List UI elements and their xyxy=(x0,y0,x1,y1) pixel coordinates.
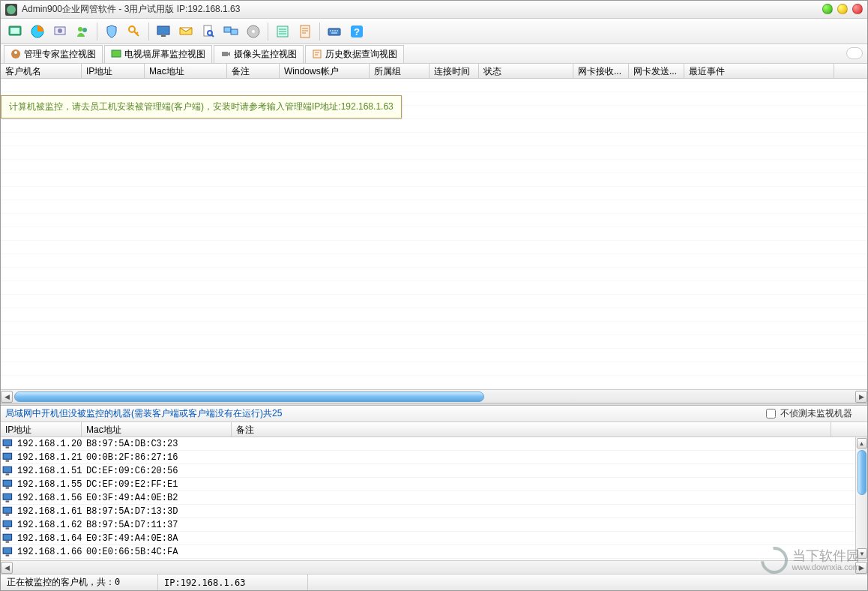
column-header[interactable]: 最近事件 xyxy=(684,64,834,78)
lower-title: 局域网中开机但没被监控的机器(需装客户端或客户端没有在运行)共25 xyxy=(5,407,282,420)
svg-rect-8 xyxy=(157,26,169,34)
svg-rect-9 xyxy=(161,35,166,37)
computer-icon xyxy=(2,520,14,530)
column-header[interactable]: 网卡发送... xyxy=(629,64,684,78)
view-tab-0[interactable]: 管理专家监控视图 xyxy=(4,45,103,63)
svg-rect-28 xyxy=(3,453,11,459)
scroll-right-button[interactable]: ▶ xyxy=(855,391,867,403)
status-spacer xyxy=(308,574,867,590)
column-header[interactable]: 网卡接收... xyxy=(573,64,629,78)
view-tab-1[interactable]: 电视墙屏幕监控视图 xyxy=(104,45,212,63)
view-tab-3[interactable]: 历史数据查询视图 xyxy=(305,45,404,63)
app-window: Admin900企业网管软件 - 3用户试用版 IP:192.168.1.63 … xyxy=(0,0,868,591)
column-header[interactable]: 所属组 xyxy=(370,64,430,78)
history-icon xyxy=(312,49,322,59)
lower-grid[interactable]: 192.168.1.20B8:97:5A:DB:C3:23192.168.1.2… xyxy=(1,437,867,560)
lower-horizontal-scrollbar[interactable]: ◀ ▶ xyxy=(1,560,867,574)
lower-column-header[interactable]: IP地址 xyxy=(1,422,82,436)
lower-panel-header: 局域网中开机但没被监控的机器(需装客户端或客户端没有在运行)共25 不侦测未监视… xyxy=(1,406,867,422)
svg-point-4 xyxy=(58,28,62,33)
column-header[interactable]: 备注 xyxy=(227,64,280,78)
keyboard-icon[interactable] xyxy=(325,22,344,41)
svg-rect-42 xyxy=(3,548,11,554)
svg-rect-12 xyxy=(224,27,231,32)
svg-rect-40 xyxy=(3,534,11,540)
scroll-thumb[interactable] xyxy=(14,392,484,402)
unmonitored-machine-row[interactable]: 192.168.1.56E0:3F:49:A4:0E:B2 xyxy=(1,491,855,505)
unmonitored-machine-row[interactable]: 192.168.1.2100:0B:2F:86:27:16 xyxy=(1,451,855,464)
svg-point-6 xyxy=(82,28,87,32)
view-tab-2[interactable]: 摄像头监控视图 xyxy=(214,45,304,63)
column-header[interactable]: 客户机名 xyxy=(1,64,82,78)
list-icon[interactable] xyxy=(273,22,292,41)
dual-monitor-icon[interactable] xyxy=(221,22,241,41)
users-icon[interactable] xyxy=(73,22,92,41)
shield-icon[interactable] xyxy=(102,22,121,41)
row-ip: 192.168.1.64 xyxy=(16,533,83,544)
computer-icon xyxy=(2,547,14,557)
viewtabs-toggle[interactable] xyxy=(846,47,863,59)
unmonitored-machine-row[interactable]: 192.168.1.61B8:97:5A:D7:13:3D xyxy=(1,505,855,518)
column-header[interactable]: Mac地址 xyxy=(145,64,227,78)
vscroll-thumb[interactable] xyxy=(858,450,867,495)
search-file-icon[interactable] xyxy=(199,22,218,41)
install-hint-tooltip: 计算机被监控，请去员工机安装被管理端(客户端)，安装时请参考输入管理端IP地址:… xyxy=(1,95,402,118)
key-icon[interactable] xyxy=(124,22,144,41)
lower-scroll-right-button[interactable]: ▶ xyxy=(855,562,867,574)
gear-monitor-icon[interactable] xyxy=(50,22,70,41)
lower-scroll-track[interactable] xyxy=(14,562,854,573)
view-tab-label: 摄像头监控视图 xyxy=(234,48,297,61)
unmonitored-machine-row[interactable]: 192.168.1.6600:E0:66:5B:4C:FA xyxy=(1,545,855,559)
row-ip: 192.168.1.66 xyxy=(16,547,83,557)
grid-background xyxy=(1,79,867,389)
monitor-icon[interactable] xyxy=(154,22,173,41)
unmonitored-machine-row[interactable]: 192.168.1.55DC:EF:09:E2:FF:E1 xyxy=(1,478,855,491)
svg-point-22 xyxy=(14,51,17,54)
message-icon[interactable] xyxy=(176,22,196,41)
column-header[interactable]: 状态 xyxy=(479,64,573,78)
computer-icon xyxy=(2,506,14,517)
log-icon[interactable] xyxy=(295,22,315,41)
column-header[interactable]: IP地址 xyxy=(82,64,145,78)
close-button[interactable] xyxy=(852,4,863,14)
lower-scroll-left-button[interactable]: ◀ xyxy=(1,562,13,574)
svg-rect-18 xyxy=(328,28,340,35)
lower-column-header[interactable]: Mac地址 xyxy=(82,422,232,436)
row-mac: 00:0B:2F:86:27:16 xyxy=(83,452,178,463)
lower-vertical-scrollbar[interactable]: ▲ ▼ xyxy=(855,437,867,560)
scroll-track[interactable] xyxy=(14,392,854,402)
svg-rect-37 xyxy=(6,514,10,515)
row-ip: 192.168.1.62 xyxy=(16,520,83,530)
globe-pie-icon[interactable] xyxy=(28,22,47,41)
column-header[interactable]: Windows帐户 xyxy=(280,64,370,78)
svg-rect-29 xyxy=(6,460,10,461)
row-ip: 192.168.1.51 xyxy=(16,466,83,476)
toolbar-separator xyxy=(97,22,97,40)
column-header[interactable]: 连接时间 xyxy=(430,64,479,78)
svg-rect-13 xyxy=(231,29,238,34)
toolbar-separator xyxy=(319,22,320,40)
lower-column-header[interactable]: 备注 xyxy=(232,422,831,436)
tooltip-text: 计算机被监控，请去员工机安装被管理端(客户端)，安装时请参考输入管理端IP地址:… xyxy=(9,101,394,112)
help-icon[interactable]: ? xyxy=(347,22,367,41)
main-horizontal-scrollbar[interactable]: ◀ ▶ xyxy=(1,389,867,403)
unmonitored-machine-row[interactable]: 192.168.1.20B8:97:5A:DB:C3:23 xyxy=(1,437,855,451)
unmonitored-machine-row[interactable]: 192.168.1.51DC:EF:09:C6:20:56 xyxy=(1,464,855,478)
disk-icon[interactable] xyxy=(244,22,263,41)
disable-detect-checkbox[interactable] xyxy=(766,409,776,418)
svg-rect-32 xyxy=(3,480,11,486)
lower-columns-header: IP地址Mac地址备注 xyxy=(1,422,867,437)
maximize-button[interactable] xyxy=(837,4,848,14)
unmonitored-machine-row[interactable]: 192.168.1.62B8:97:5A:D7:11:37 xyxy=(1,518,855,532)
main-grid[interactable]: 计算机被监控，请去员工机安装被管理端(客户端)，安装时请参考输入管理端IP地址:… xyxy=(1,79,867,389)
scroll-down-button[interactable]: ▼ xyxy=(857,548,867,559)
unmonitored-machine-row[interactable]: 192.168.1.64E0:3F:49:A4:0E:8A xyxy=(1,532,855,545)
scroll-up-button[interactable]: ▲ xyxy=(857,438,867,448)
minimize-button[interactable] xyxy=(822,4,833,14)
scroll-left-button[interactable]: ◀ xyxy=(1,391,13,403)
app-icon[interactable] xyxy=(5,22,25,41)
toolbar-separator xyxy=(268,22,268,40)
svg-point-7 xyxy=(129,26,135,32)
lower-title-count: 25 xyxy=(272,408,282,418)
disable-detect-label: 不侦测未监视机器 xyxy=(780,407,852,420)
